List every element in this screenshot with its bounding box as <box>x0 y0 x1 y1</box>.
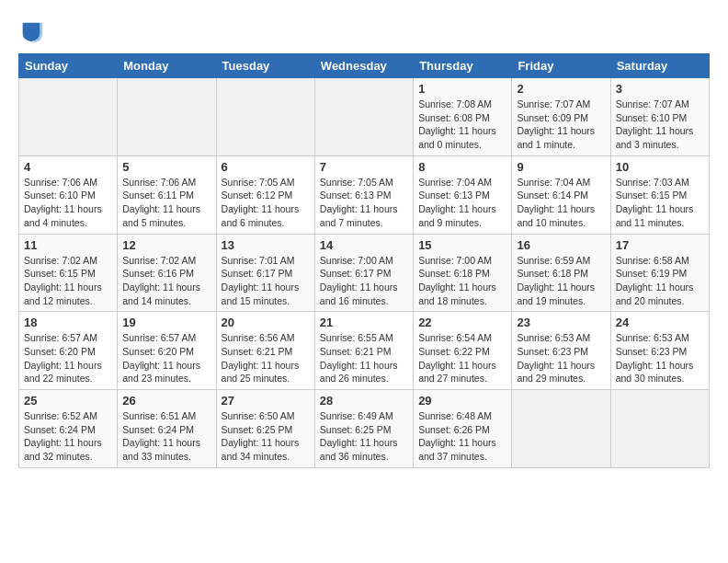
day-info: Sunrise: 6:51 AM Sunset: 6:24 PM Dayligh… <box>122 409 210 464</box>
day-number: 22 <box>418 316 506 329</box>
calendar-cell: 28Sunrise: 6:49 AM Sunset: 6:25 PM Dayli… <box>314 390 413 468</box>
calendar-cell: 6Sunrise: 7:05 AM Sunset: 6:12 PM Daylig… <box>216 155 314 234</box>
calendar-cell <box>19 78 118 156</box>
calendar-cell: 17Sunrise: 6:58 AM Sunset: 6:19 PM Dayli… <box>610 234 709 312</box>
calendar-cell: 11Sunrise: 7:02 AM Sunset: 6:15 PM Dayli… <box>19 234 118 312</box>
day-info: Sunrise: 6:58 AM Sunset: 6:19 PM Dayligh… <box>616 254 704 308</box>
page-header <box>18 18 710 44</box>
logo <box>18 18 48 44</box>
day-number: 10 <box>616 160 704 174</box>
calendar-cell: 24Sunrise: 6:53 AM Sunset: 6:23 PM Dayli… <box>610 312 709 390</box>
day-number: 13 <box>222 238 310 252</box>
day-info: Sunrise: 6:57 AM Sunset: 6:20 PM Dayligh… <box>122 331 210 385</box>
day-info: Sunrise: 7:02 AM Sunset: 6:15 PM Dayligh… <box>24 254 112 308</box>
day-info: Sunrise: 6:52 AM Sunset: 6:24 PM Dayligh… <box>24 409 112 464</box>
calendar-cell: 18Sunrise: 6:57 AM Sunset: 6:20 PM Dayli… <box>19 312 118 390</box>
day-number: 26 <box>122 394 210 408</box>
day-info: Sunrise: 7:06 AM Sunset: 6:11 PM Dayligh… <box>122 176 210 230</box>
day-number: 4 <box>24 160 112 174</box>
day-number: 27 <box>222 394 310 408</box>
day-number: 20 <box>222 316 310 329</box>
day-number: 23 <box>517 316 605 329</box>
calendar-cell: 23Sunrise: 6:53 AM Sunset: 6:23 PM Dayli… <box>512 312 610 390</box>
day-info: Sunrise: 6:53 AM Sunset: 6:23 PM Dayligh… <box>517 331 605 385</box>
calendar-week-5: 25Sunrise: 6:52 AM Sunset: 6:24 PM Dayli… <box>19 390 710 468</box>
calendar-cell: 3Sunrise: 7:07 AM Sunset: 6:10 PM Daylig… <box>610 78 709 156</box>
calendar-cell: 15Sunrise: 7:00 AM Sunset: 6:18 PM Dayli… <box>414 234 512 312</box>
calendar-cell: 16Sunrise: 6:59 AM Sunset: 6:18 PM Dayli… <box>512 234 610 312</box>
day-info: Sunrise: 6:48 AM Sunset: 6:26 PM Dayligh… <box>418 409 506 464</box>
calendar-cell: 26Sunrise: 6:51 AM Sunset: 6:24 PM Dayli… <box>118 390 216 468</box>
day-info: Sunrise: 7:07 AM Sunset: 6:10 PM Dayligh… <box>616 98 704 152</box>
calendar-cell: 7Sunrise: 7:05 AM Sunset: 6:13 PM Daylig… <box>314 155 413 234</box>
calendar-week-1: 1Sunrise: 7:08 AM Sunset: 6:08 PM Daylig… <box>19 78 710 156</box>
calendar-cell: 8Sunrise: 7:04 AM Sunset: 6:13 PM Daylig… <box>414 155 512 234</box>
day-info: Sunrise: 7:08 AM Sunset: 6:08 PM Dayligh… <box>418 98 506 152</box>
day-number: 15 <box>418 238 506 252</box>
calendar-cell <box>314 78 413 156</box>
day-number: 21 <box>320 316 408 329</box>
calendar-cell <box>610 390 709 468</box>
calendar-cell: 13Sunrise: 7:01 AM Sunset: 6:17 PM Dayli… <box>216 234 314 312</box>
calendar-week-4: 18Sunrise: 6:57 AM Sunset: 6:20 PM Dayli… <box>19 312 710 390</box>
day-info: Sunrise: 6:55 AM Sunset: 6:21 PM Dayligh… <box>320 331 408 385</box>
day-info: Sunrise: 7:06 AM Sunset: 6:10 PM Dayligh… <box>24 176 112 230</box>
calendar-table: SundayMondayTuesdayWednesdayThursdayFrid… <box>18 53 710 468</box>
calendar-cell: 9Sunrise: 7:04 AM Sunset: 6:14 PM Daylig… <box>512 155 610 234</box>
calendar-cell <box>512 390 610 468</box>
day-number: 7 <box>320 160 408 174</box>
calendar-cell: 4Sunrise: 7:06 AM Sunset: 6:10 PM Daylig… <box>19 155 118 234</box>
day-number: 17 <box>616 238 704 252</box>
day-info: Sunrise: 6:59 AM Sunset: 6:18 PM Dayligh… <box>517 254 605 308</box>
day-number: 16 <box>517 238 605 252</box>
day-number: 25 <box>24 394 112 408</box>
day-number: 3 <box>616 82 704 96</box>
calendar-cell: 25Sunrise: 6:52 AM Sunset: 6:24 PM Dayli… <box>19 390 118 468</box>
calendar-header-wednesday: Wednesday <box>314 54 413 78</box>
day-number: 1 <box>418 82 506 96</box>
calendar-cell: 10Sunrise: 7:03 AM Sunset: 6:15 PM Dayli… <box>610 155 709 234</box>
calendar-header-friday: Friday <box>512 54 610 78</box>
day-info: Sunrise: 7:00 AM Sunset: 6:17 PM Dayligh… <box>320 254 408 308</box>
calendar-cell: 19Sunrise: 6:57 AM Sunset: 6:20 PM Dayli… <box>118 312 216 390</box>
day-number: 29 <box>418 394 506 408</box>
calendar-cell: 21Sunrise: 6:55 AM Sunset: 6:21 PM Dayli… <box>314 312 413 390</box>
day-info: Sunrise: 7:07 AM Sunset: 6:09 PM Dayligh… <box>517 98 605 152</box>
calendar-cell <box>216 78 314 156</box>
day-number: 19 <box>122 316 210 329</box>
calendar-cell: 27Sunrise: 6:50 AM Sunset: 6:25 PM Dayli… <box>216 390 314 468</box>
day-info: Sunrise: 6:50 AM Sunset: 6:25 PM Dayligh… <box>222 409 310 464</box>
day-number: 14 <box>320 238 408 252</box>
calendar-header-saturday: Saturday <box>610 54 709 78</box>
day-info: Sunrise: 7:03 AM Sunset: 6:15 PM Dayligh… <box>616 176 704 230</box>
day-info: Sunrise: 7:05 AM Sunset: 6:13 PM Dayligh… <box>320 176 408 230</box>
calendar-week-3: 11Sunrise: 7:02 AM Sunset: 6:15 PM Dayli… <box>19 234 710 312</box>
day-info: Sunrise: 6:57 AM Sunset: 6:20 PM Dayligh… <box>24 331 112 385</box>
day-number: 8 <box>418 160 506 174</box>
day-info: Sunrise: 7:02 AM Sunset: 6:16 PM Dayligh… <box>122 254 210 308</box>
calendar-header-tuesday: Tuesday <box>216 54 314 78</box>
day-number: 18 <box>24 316 112 329</box>
day-number: 24 <box>616 316 704 329</box>
calendar-cell: 5Sunrise: 7:06 AM Sunset: 6:11 PM Daylig… <box>118 155 216 234</box>
calendar-cell: 2Sunrise: 7:07 AM Sunset: 6:09 PM Daylig… <box>512 78 610 156</box>
day-info: Sunrise: 7:01 AM Sunset: 6:17 PM Dayligh… <box>222 254 310 308</box>
day-info: Sunrise: 7:00 AM Sunset: 6:18 PM Dayligh… <box>418 254 506 308</box>
day-info: Sunrise: 6:54 AM Sunset: 6:22 PM Dayligh… <box>418 331 506 385</box>
calendar-cell: 1Sunrise: 7:08 AM Sunset: 6:08 PM Daylig… <box>414 78 512 156</box>
calendar-header-thursday: Thursday <box>414 54 512 78</box>
day-info: Sunrise: 6:49 AM Sunset: 6:25 PM Dayligh… <box>320 409 408 464</box>
day-info: Sunrise: 6:53 AM Sunset: 6:23 PM Dayligh… <box>616 331 704 385</box>
day-info: Sunrise: 7:04 AM Sunset: 6:14 PM Dayligh… <box>517 176 605 230</box>
calendar-cell: 22Sunrise: 6:54 AM Sunset: 6:22 PM Dayli… <box>414 312 512 390</box>
day-number: 2 <box>517 82 605 96</box>
calendar-week-2: 4Sunrise: 7:06 AM Sunset: 6:10 PM Daylig… <box>19 155 710 234</box>
day-number: 5 <box>122 160 210 174</box>
calendar-header-monday: Monday <box>118 54 216 78</box>
logo-icon <box>18 18 44 44</box>
day-number: 6 <box>222 160 310 174</box>
day-number: 9 <box>517 160 605 174</box>
day-number: 12 <box>122 238 210 252</box>
calendar-cell: 14Sunrise: 7:00 AM Sunset: 6:17 PM Dayli… <box>314 234 413 312</box>
day-number: 11 <box>24 238 112 252</box>
